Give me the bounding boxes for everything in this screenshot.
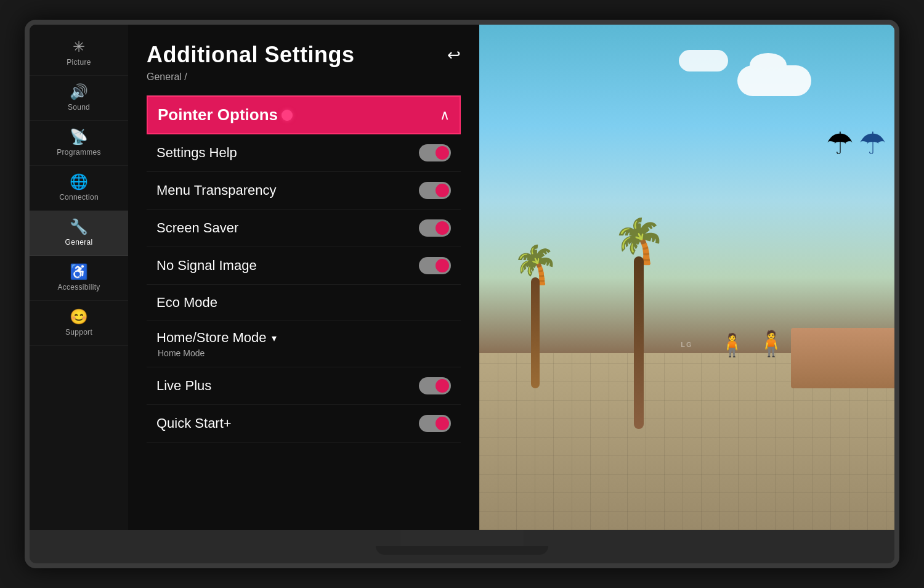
sidebar-item-accessibility[interactable]: ♿ Accessibility <box>30 256 128 301</box>
menu-item-settings-help[interactable]: Settings Help <box>147 134 461 172</box>
menu-item-quick-start[interactable]: Quick Start+ <box>147 405 461 443</box>
cloud-1 <box>737 65 811 96</box>
main-panel: Additional Settings ↩ General / Pointer … <box>128 25 479 530</box>
no-signal-image-toggle[interactable] <box>419 257 451 274</box>
person-1: 🧍 <box>718 332 746 358</box>
background-scene: 🌴 🌴 🧍 🧍 🧍 🧍 ☂ ☂ <box>479 25 894 530</box>
home-store-mode-label: Home/Store Mode ▾ <box>156 330 451 346</box>
sidebar-label-sound: Sound <box>68 103 90 112</box>
umbrella-2: ☂ <box>859 126 886 161</box>
palm-tree-center: 🌴 <box>612 219 666 429</box>
pointer-cursor-indicator <box>282 110 293 121</box>
sidebar-label-picture: Picture <box>67 58 91 67</box>
live-plus-toggle[interactable] <box>419 377 451 394</box>
sidebar-label-programmes: Programmes <box>57 148 101 157</box>
toggle-knob <box>436 259 449 272</box>
scene-bg: 🌴 🌴 🧍 🧍 🧍 🧍 ☂ ☂ <box>479 25 894 530</box>
general-icon: 🔧 <box>70 219 88 234</box>
stone-wall <box>791 328 895 388</box>
screen-saver-toggle[interactable] <box>419 219 451 237</box>
settings-help-label: Settings Help <box>156 145 237 161</box>
quick-start-toggle[interactable] <box>419 415 451 432</box>
no-signal-image-label: No Signal Image <box>156 258 257 274</box>
person-2: 🧍 <box>756 329 787 358</box>
menu-item-screen-saver[interactable]: Screen Saver <box>147 210 461 247</box>
sidebar-label-general: General <box>65 238 93 247</box>
accessibility-icon: ♿ <box>70 264 88 279</box>
panel-title: Additional Settings <box>147 42 355 68</box>
pointer-options-label: Pointer Options <box>158 105 278 125</box>
breadcrumb: General / <box>147 71 461 83</box>
support-icon: 😊 <box>70 309 88 324</box>
chevron-up-icon: ∧ <box>440 107 450 123</box>
sidebar-label-accessibility: Accessibility <box>57 283 100 292</box>
toggle-knob <box>436 379 449 393</box>
picture-icon: ✳ <box>73 39 85 54</box>
umbrella-1: ☂ <box>826 126 854 161</box>
connection-icon: 🌐 <box>70 174 88 189</box>
sidebar-item-picture[interactable]: ✳ Picture <box>30 31 128 76</box>
back-button[interactable]: ↩ <box>447 46 461 65</box>
sidebar-item-sound[interactable]: 🔊 Sound <box>30 76 128 121</box>
tv-outer: ✳ Picture 🔊 Sound 📡 Programmes 🌐 Connect… <box>25 20 899 568</box>
home-store-mode-sublabel: Home Mode <box>156 348 451 358</box>
menu-item-eco-mode[interactable]: Eco Mode <box>147 285 461 321</box>
lg-logo: LG <box>681 341 692 348</box>
toggle-knob <box>436 184 449 197</box>
umbrellas-area: ☂ ☂ <box>826 126 886 161</box>
tv-screen: ✳ Picture 🔊 Sound 📡 Programmes 🌐 Connect… <box>30 25 894 530</box>
programmes-icon: 📡 <box>70 129 88 144</box>
sidebar-item-connection[interactable]: 🌐 Connection <box>30 166 128 211</box>
menu-section: Pointer Options ∧ Settings Help Menu Tra… <box>147 96 461 443</box>
dropdown-chevron-icon: ▾ <box>272 332 277 344</box>
sidebar-item-programmes[interactable]: 📡 Programmes <box>30 121 128 166</box>
eco-mode-label: Eco Mode <box>156 295 217 311</box>
screen-saver-label: Screen Saver <box>156 220 238 236</box>
cloud-2 <box>679 50 728 71</box>
palm-trunk-center <box>634 256 644 429</box>
sidebar-label-connection: Connection <box>59 193 99 202</box>
sidebar-item-general[interactable]: 🔧 General <box>30 211 128 256</box>
toggle-knob <box>436 221 449 235</box>
sound-icon: 🔊 <box>70 84 88 99</box>
palm-trunk-left <box>531 277 540 388</box>
toggle-knob <box>436 146 449 160</box>
menu-item-menu-transparency[interactable]: Menu Transparency <box>147 172 461 210</box>
sidebar: ✳ Picture 🔊 Sound 📡 Programmes 🌐 Connect… <box>30 25 128 530</box>
menu-transparency-toggle[interactable] <box>419 182 451 199</box>
sidebar-label-support: Support <box>65 328 92 337</box>
quick-start-label: Quick Start+ <box>156 415 232 431</box>
palm-tree-left: 🌴 <box>513 247 559 388</box>
toggle-knob <box>436 417 449 430</box>
menu-item-live-plus[interactable]: Live Plus <box>147 367 461 405</box>
sidebar-item-support[interactable]: 😊 Support <box>30 301 128 346</box>
live-plus-label: Live Plus <box>156 378 211 394</box>
settings-help-toggle[interactable] <box>419 144 451 161</box>
menu-item-home-store-mode[interactable]: Home/Store Mode ▾ Home Mode <box>147 321 461 367</box>
menu-transparency-label: Menu Transparency <box>156 182 276 198</box>
panel-header: Additional Settings ↩ <box>147 42 461 68</box>
pointer-options-header[interactable]: Pointer Options ∧ <box>147 96 461 134</box>
tv-stand <box>400 530 524 555</box>
menu-item-no-signal-image[interactable]: No Signal Image <box>147 247 461 285</box>
